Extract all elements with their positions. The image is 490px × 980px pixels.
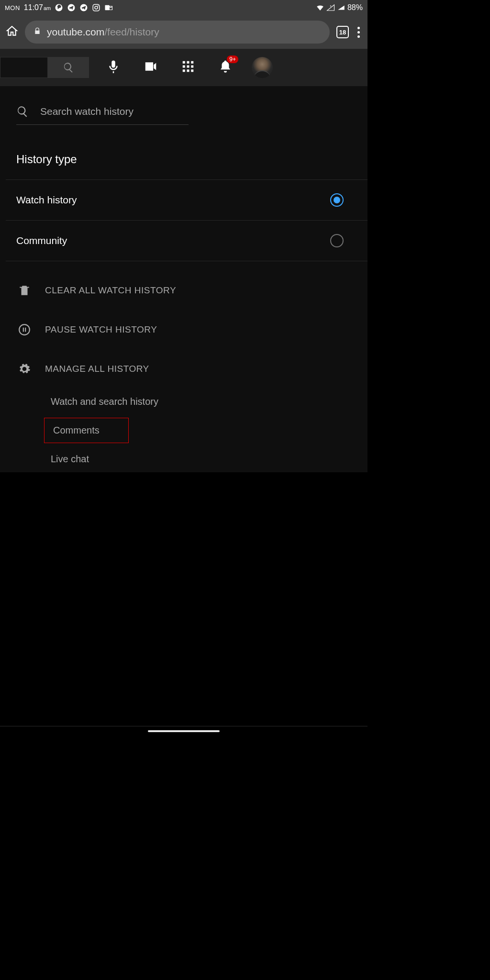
url-host: youtube.com: [47, 26, 104, 37]
radio-selected-icon: [330, 193, 344, 207]
action-label: CLEAR ALL WATCH HISTORY: [45, 285, 176, 296]
battery-icon: [337, 3, 345, 12]
sublink-live-chat[interactable]: Live chat: [44, 446, 96, 472]
svg-rect-3: [93, 4, 100, 11]
telegram-icon-2: [79, 3, 88, 12]
search-icon: [63, 62, 74, 73]
svg-rect-6: [105, 5, 110, 11]
status-time: 11:07: [24, 3, 43, 11]
chrome-toolbar: youtube.com/feed/history 18: [0, 15, 368, 49]
radio-unselected-icon: [330, 234, 344, 247]
account-avatar[interactable]: [252, 57, 273, 78]
search-icon: [16, 105, 29, 118]
android-status-bar: MON 11:07am x 88%: [0, 0, 368, 15]
gear-icon: [18, 363, 31, 375]
sublink-comments[interactable]: Comments: [44, 418, 129, 443]
more-menu-button[interactable]: [356, 25, 362, 40]
svg-point-8: [19, 324, 30, 335]
status-time-wrap: 11:07am: [24, 3, 51, 12]
nav-indicator: [148, 730, 220, 732]
manage-sublinks: Watch and search history Comments Live c…: [44, 389, 351, 472]
tab-count: 18: [339, 29, 346, 36]
status-left: MON 11:07am: [5, 3, 113, 12]
trash-icon: [18, 284, 31, 297]
radio-label: Community: [16, 235, 67, 246]
svg-point-5: [98, 5, 99, 6]
svg-text:x: x: [330, 4, 331, 7]
home-button[interactable]: [6, 25, 18, 39]
youtube-header: 9+: [0, 49, 368, 86]
notification-badge: 9+: [227, 56, 238, 63]
svg-rect-10: [25, 328, 26, 332]
voice-search-button[interactable]: [106, 59, 121, 76]
history-type-community[interactable]: Community: [16, 221, 351, 261]
microphone-icon: [106, 59, 121, 74]
page-content: Search watch history History type Watch …: [0, 86, 368, 472]
search-watch-history[interactable]: Search watch history: [16, 105, 189, 125]
status-ampm: am: [44, 5, 51, 11]
clear-all-watch-history[interactable]: CLEAR ALL WATCH HISTORY: [16, 271, 351, 310]
dot-icon: [357, 35, 360, 38]
search-placeholder: Search watch history: [40, 106, 134, 117]
url-path: /feed/history: [104, 26, 159, 37]
radio-label: Watch history: [16, 194, 77, 206]
battery-percent: 88%: [347, 3, 363, 12]
action-label: MANAGE ALL HISTORY: [45, 364, 149, 374]
status-day: MON: [5, 4, 20, 11]
lock-icon: [33, 27, 41, 37]
url-text: youtube.com/feed/history: [47, 26, 159, 38]
telegram-icon: [67, 3, 76, 12]
search-input[interactable]: [0, 57, 48, 78]
youtube-header-icons: 9+: [106, 59, 233, 76]
manage-all-history[interactable]: MANAGE ALL HISTORY: [16, 349, 351, 389]
apps-grid-icon: [181, 59, 195, 74]
whatsapp-icon: [55, 3, 63, 12]
history-type-watch[interactable]: Watch history: [16, 180, 351, 220]
pause-circle-icon: [18, 323, 31, 336]
tabs-button[interactable]: 18: [336, 26, 349, 38]
pause-watch-history[interactable]: PAUSE WATCH HISTORY: [16, 310, 351, 349]
dot-icon: [357, 27, 360, 29]
outlook-icon: [104, 3, 113, 12]
action-label: PAUSE WATCH HISTORY: [45, 324, 157, 335]
status-right: x 88%: [316, 3, 363, 12]
dot-icon: [357, 31, 360, 33]
svg-rect-9: [23, 328, 24, 332]
apps-button[interactable]: [181, 59, 195, 76]
bottom-separator: [0, 726, 368, 726]
history-type-title: History type: [16, 153, 351, 166]
sublink-watch-search[interactable]: Watch and search history: [44, 389, 165, 415]
instagram-icon: [92, 3, 100, 12]
video-plus-icon: [144, 59, 158, 74]
notifications-button[interactable]: 9+: [218, 59, 233, 76]
svg-point-4: [95, 6, 98, 9]
url-bar[interactable]: youtube.com/feed/history: [25, 21, 330, 44]
create-button[interactable]: [144, 59, 158, 76]
search-button[interactable]: [48, 57, 89, 78]
wifi-icon: [316, 3, 324, 12]
signal-icon: x: [326, 3, 335, 12]
